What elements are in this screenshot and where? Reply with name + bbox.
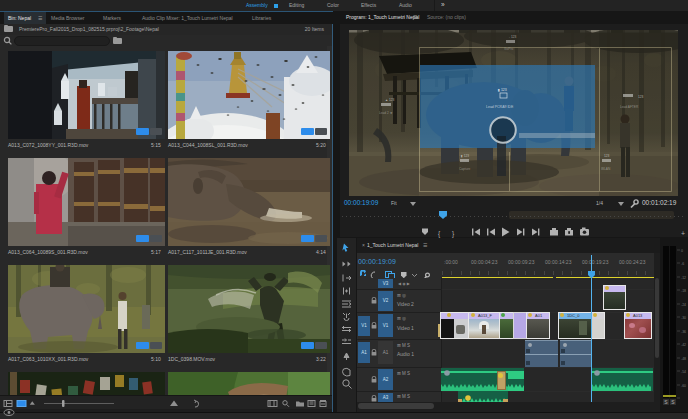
svg-text:Lead PCRA9 IDE: Lead PCRA9 IDE <box>486 105 514 109</box>
svg-text:-48: -48 <box>681 357 686 361</box>
svg-text:▮ 123: ▮ 123 <box>461 154 469 158</box>
svg-text:{: { <box>438 230 441 238</box>
svg-text:-12: -12 <box>681 276 686 280</box>
svg-text:▮ 123: ▮ 123 <box>498 88 507 92</box>
svg-text:0: 0 <box>681 249 683 253</box>
svg-text:-18: -18 <box>681 289 686 293</box>
svg-text:-30: -30 <box>681 316 686 320</box>
svg-text:+: + <box>681 230 685 237</box>
svg-text:-24: -24 <box>681 303 686 307</box>
svg-text:WLAN: WLAN <box>601 167 611 171</box>
svg-text:123: 123 <box>604 154 610 158</box>
svg-text:-36: -36 <box>681 330 686 334</box>
svg-text:123: 123 <box>638 95 644 99</box>
svg-text:Lead AFTER: Lead AFTER <box>620 105 639 109</box>
svg-text:-6: -6 <box>681 262 684 266</box>
svg-text:Capture: Capture <box>459 167 471 171</box>
svg-text:→ 123: → 123 <box>507 35 517 39</box>
svg-text:-60: -60 <box>681 384 686 388</box>
svg-text:-42: -42 <box>681 343 686 347</box>
svg-text:-54: -54 <box>681 370 686 374</box>
svg-text:▲ 123: ▲ 123 <box>385 98 395 102</box>
svg-text:}: } <box>452 230 455 238</box>
svg-text:GoPro: GoPro <box>504 47 513 51</box>
svg-text:Lead 2 ★: Lead 2 ★ <box>379 111 393 115</box>
